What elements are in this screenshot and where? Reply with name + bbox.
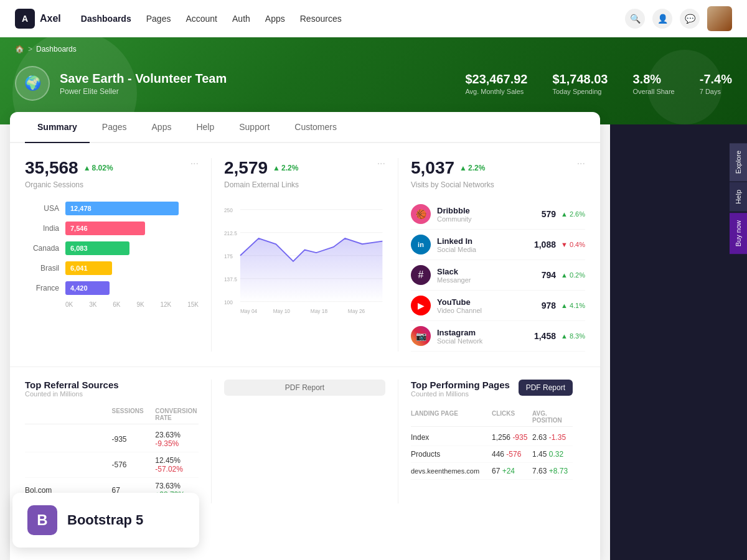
linkedin-change: ▼ 0.4% bbox=[561, 241, 585, 248]
notifications-button[interactable]: 👤 bbox=[652, 9, 672, 29]
buy-now-button[interactable]: Buy now bbox=[730, 213, 747, 254]
pages-row-2: Products 446 -576 1.45 0.32 bbox=[411, 446, 573, 463]
nav-resources[interactable]: Resources bbox=[300, 14, 342, 24]
slack-count: 794 bbox=[542, 270, 556, 280]
green-header: 🏠 > Dashboards 🌍 Save Earth - Volunteer … bbox=[0, 37, 747, 124]
nav-links: Dashboards Pages Account Auth Apps Resou… bbox=[81, 14, 625, 24]
bar-row-canada: Canada 6,083 bbox=[25, 241, 199, 255]
social-row-linkedin: in Linked In Social Media 1,088 ▼ 0.4% bbox=[411, 230, 585, 260]
referral-row-2: -576 12.45% -57.02% bbox=[25, 452, 199, 478]
dribbble-count: 579 bbox=[542, 209, 556, 219]
social-visits-value: 5,037 ▲ 2.2% bbox=[411, 158, 494, 178]
svg-text:May 26: May 26 bbox=[348, 308, 365, 314]
brand[interactable]: A Axel bbox=[15, 9, 61, 29]
nav-apps[interactable]: Apps bbox=[265, 14, 285, 24]
nav-pages[interactable]: Pages bbox=[146, 14, 171, 24]
tab-summary[interactable]: Summary bbox=[25, 112, 90, 143]
tab-pages[interactable]: Pages bbox=[90, 112, 139, 143]
slack-icon: # bbox=[411, 265, 431, 285]
stat-value-spending: $1,748.03 bbox=[553, 72, 608, 86]
breadcrumb-home[interactable]: 🏠 bbox=[15, 45, 24, 54]
bar-label-india: India bbox=[25, 224, 59, 233]
instagram-info: Instagram Social Network bbox=[437, 328, 534, 345]
referral-table-header: SESSIONS CONVERSION RATE bbox=[25, 405, 199, 424]
dribbble-info: Dribbble Community bbox=[437, 206, 542, 223]
performing-pages-section: Top Performing Pages Counted in Millions… bbox=[398, 380, 585, 503]
instagram-count: 1,458 bbox=[534, 331, 556, 341]
svg-text:May 04: May 04 bbox=[240, 308, 258, 314]
slack-info: Slack Messanger bbox=[437, 267, 542, 284]
bar-usa: 12,478 bbox=[65, 202, 179, 215]
linkedin-info: Linked In Social Media bbox=[437, 236, 534, 253]
referral-subtitle: Counted in Millions bbox=[25, 390, 199, 398]
dribbble-icon: 🏀 bbox=[411, 204, 431, 224]
youtube-info: YouTube Video Channel bbox=[437, 297, 542, 314]
messages-button[interactable]: 💬 bbox=[680, 9, 700, 29]
tabs: Summary Pages Apps Help Support Customer… bbox=[10, 112, 600, 143]
svg-text:May 10: May 10 bbox=[273, 308, 291, 314]
line-chart: 250 212.5 175 137.5 100 bbox=[224, 199, 385, 326]
social-networks-section: 5,037 ▲ 2.2% Visits by Social Networks ·… bbox=[398, 158, 585, 352]
pages-pdf-report-button[interactable]: PDF Report bbox=[519, 380, 573, 396]
help-button[interactable]: Help bbox=[730, 182, 747, 212]
social-visits-label: Visits by Social Networks bbox=[411, 180, 494, 189]
pages-table-header: LANDING PAGE CLICKS AVG. POSITION bbox=[411, 408, 573, 427]
organic-sessions-label: Organic Sessions bbox=[25, 180, 113, 189]
bar-brasil: 6,041 bbox=[65, 261, 112, 275]
instagram-change: ▲ 8.3% bbox=[561, 332, 585, 340]
explore-button[interactable]: Explore bbox=[730, 143, 747, 181]
organic-sessions-value: 35,568 ▲ 8.02% bbox=[25, 158, 113, 178]
youtube-count: 978 bbox=[542, 301, 556, 310]
stat-today-spending: $1,748.03 Today Spending bbox=[553, 72, 608, 95]
bar-row-india: India 7,546 bbox=[25, 222, 199, 235]
bar-label-brasil: Brasil bbox=[25, 264, 59, 273]
external-links-badge: ▲ 2.2% bbox=[273, 164, 298, 172]
social-row-slack: # Slack Messanger 794 ▲ 0.2% bbox=[411, 260, 585, 291]
nav-auth[interactable]: Auth bbox=[232, 14, 250, 24]
navbar: A Axel Dashboards Pages Account Auth App… bbox=[0, 0, 747, 37]
instagram-icon: 📷 bbox=[411, 326, 431, 346]
social-row-instagram: 📷 Instagram Social Network 1,458 ▲ 8.3% bbox=[411, 321, 585, 352]
organic-sessions-section: 35,568 ▲ 8.02% Organic Sessions ··· USA … bbox=[25, 158, 212, 352]
bar-label-canada: Canada bbox=[25, 244, 59, 253]
nav-dashboards[interactable]: Dashboards bbox=[81, 14, 131, 24]
user-avatar[interactable] bbox=[707, 6, 732, 31]
pdf-report-section: PDF Report bbox=[212, 380, 398, 503]
pdf-report-button[interactable]: PDF Report bbox=[224, 380, 385, 396]
youtube-change: ▲ 4.1% bbox=[561, 302, 585, 309]
svg-text:250: 250 bbox=[224, 207, 233, 213]
nav-account[interactable]: Account bbox=[186, 14, 217, 24]
tab-support[interactable]: Support bbox=[227, 112, 282, 143]
side-buttons: Explore Help Buy now bbox=[730, 143, 747, 254]
tab-customers[interactable]: Customers bbox=[282, 112, 349, 143]
brand-icon: A bbox=[15, 9, 35, 29]
bootstrap-label: Bootstrap 5 bbox=[67, 512, 143, 528]
referral-row-1: -935 23.63% -9.35% bbox=[25, 427, 199, 452]
svg-text:May 18: May 18 bbox=[311, 308, 328, 314]
bar-label-usa: USA bbox=[25, 204, 59, 213]
right-panel bbox=[610, 124, 747, 560]
slack-change: ▲ 0.2% bbox=[561, 271, 585, 279]
external-links-more[interactable]: ··· bbox=[377, 158, 385, 169]
bootstrap-overlay: B Bootstrap 5 bbox=[12, 493, 199, 548]
social-visits-more[interactable]: ··· bbox=[577, 158, 585, 169]
tab-apps[interactable]: Apps bbox=[139, 112, 184, 143]
nav-right: 🔍 👤 💬 bbox=[625, 6, 732, 31]
stat-label-spending: Today Spending bbox=[553, 88, 608, 95]
linkedin-icon: in bbox=[411, 235, 431, 254]
tab-help[interactable]: Help bbox=[184, 112, 227, 143]
social-row-dribbble: 🏀 Dribbble Community 579 ▲ 2.6% bbox=[411, 199, 585, 230]
bar-canada: 6,083 bbox=[65, 241, 129, 255]
organic-sessions-badge: ▲ 8.02% bbox=[83, 164, 113, 172]
external-links-value: 2,579 ▲ 2.2% bbox=[224, 158, 299, 178]
organic-sessions-more[interactable]: ··· bbox=[190, 158, 199, 169]
linkedin-count: 1,088 bbox=[534, 240, 556, 250]
bar-row-france: France 4,420 bbox=[25, 281, 199, 295]
bar-france: 4,420 bbox=[65, 281, 110, 295]
search-button[interactable]: 🔍 bbox=[625, 9, 645, 29]
stat-monthly-sales: $23,467.92 Avg. Monthly Sales bbox=[465, 72, 527, 95]
bar-row-brasil: Brasil 6,041 bbox=[25, 261, 199, 275]
social-row-youtube: ▶ YouTube Video Channel 978 ▲ 4.1% bbox=[411, 291, 585, 321]
bar-row-usa: USA 12,478 bbox=[25, 202, 199, 215]
social-list: 🏀 Dribbble Community 579 ▲ 2.6% in Linke… bbox=[411, 199, 585, 352]
